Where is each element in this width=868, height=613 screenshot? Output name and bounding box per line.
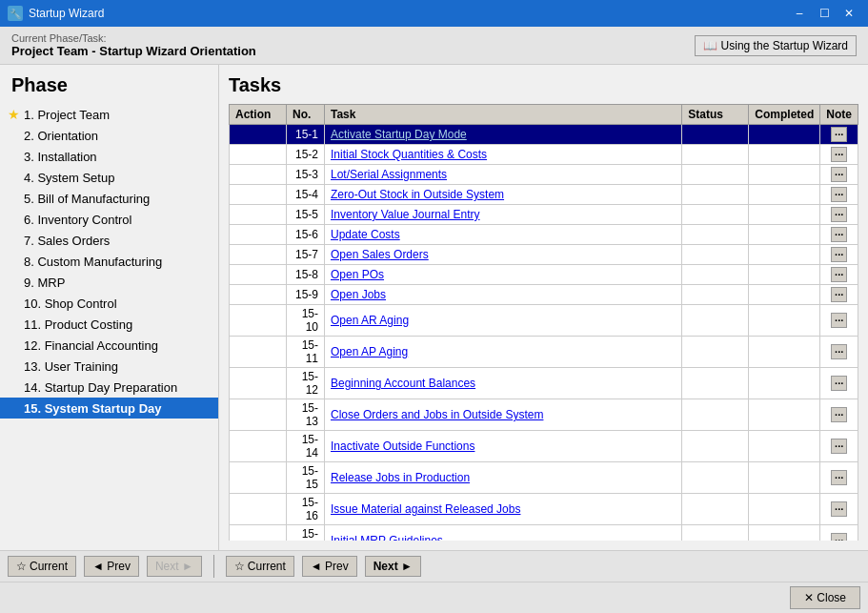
- note-button[interactable]: ···: [831, 533, 847, 541]
- note-button[interactable]: ···: [831, 344, 847, 359]
- task-link[interactable]: Activate Startup Day Mode: [331, 128, 467, 141]
- sidebar-item-phase-6[interactable]: ★6. Inventory Control: [0, 209, 218, 230]
- sidebar-item-phase-15[interactable]: ★15. System Startup Day: [0, 398, 218, 419]
- table-row[interactable]: 15-2Initial Stock Quantities & Costs···: [230, 145, 858, 165]
- note-cell[interactable]: ···: [820, 145, 858, 165]
- note-cell[interactable]: ···: [820, 431, 858, 462]
- task-cell[interactable]: Open Jobs: [325, 285, 682, 305]
- note-button[interactable]: ···: [831, 407, 847, 422]
- help-button[interactable]: 📖 Using the Startup Wizard: [695, 35, 857, 56]
- task-cell[interactable]: Release Jobs in Production: [325, 462, 682, 494]
- table-row[interactable]: 15-17Initial MRP Guidelines···: [230, 525, 858, 541]
- note-button[interactable]: ···: [831, 267, 847, 282]
- note-cell[interactable]: ···: [820, 494, 858, 525]
- table-row[interactable]: 15-16Issue Material against Released Job…: [230, 494, 858, 525]
- current-button-left[interactable]: ☆ Current: [8, 556, 76, 577]
- note-cell[interactable]: ···: [820, 165, 858, 185]
- task-cell[interactable]: Close Orders and Jobs in Outside System: [325, 399, 682, 431]
- note-cell[interactable]: ···: [820, 225, 858, 245]
- task-cell[interactable]: Update Costs: [325, 225, 682, 245]
- task-link[interactable]: Beginning Account Balances: [331, 377, 475, 390]
- table-row[interactable]: 15-7Open Sales Orders···: [230, 245, 858, 265]
- task-cell[interactable]: Open Sales Orders: [325, 245, 682, 265]
- note-button[interactable]: ···: [831, 376, 847, 391]
- sidebar-item-phase-7[interactable]: ★7. Sales Orders: [0, 230, 218, 251]
- table-row[interactable]: 15-6Update Costs···: [230, 225, 858, 245]
- prev-button-right[interactable]: ◄ Prev: [302, 556, 357, 577]
- task-cell[interactable]: Open POs: [325, 265, 682, 285]
- note-cell[interactable]: ···: [820, 337, 858, 368]
- table-row[interactable]: 15-10Open AR Aging···: [230, 305, 858, 337]
- table-row[interactable]: 15-1Activate Startup Day Mode···: [230, 125, 858, 145]
- task-cell[interactable]: Initial MRP Guidelines: [325, 525, 682, 541]
- task-link[interactable]: Initial MRP Guidelines: [331, 534, 443, 541]
- sidebar-item-phase-1[interactable]: ★1. Project Team: [0, 104, 218, 125]
- task-cell[interactable]: Open AR Aging: [325, 305, 682, 337]
- note-cell[interactable]: ···: [820, 525, 858, 541]
- note-button[interactable]: ···: [831, 187, 847, 202]
- task-link[interactable]: Initial Stock Quantities & Costs: [331, 148, 487, 161]
- task-link[interactable]: Inventory Value Journal Entry: [331, 208, 480, 221]
- note-cell[interactable]: ···: [820, 285, 858, 305]
- table-row[interactable]: 15-13Close Orders and Jobs in Outside Sy…: [230, 399, 858, 431]
- table-row[interactable]: 15-4Zero-Out Stock in Outside System···: [230, 185, 858, 205]
- note-cell[interactable]: ···: [820, 185, 858, 205]
- maximize-button[interactable]: ☐: [813, 4, 836, 23]
- note-cell[interactable]: ···: [820, 245, 858, 265]
- note-cell[interactable]: ···: [820, 399, 858, 431]
- note-button[interactable]: ···: [831, 470, 847, 485]
- task-link[interactable]: Open AP Aging: [331, 345, 408, 358]
- next-button-right[interactable]: Next ►: [365, 556, 421, 577]
- task-link[interactable]: Update Costs: [331, 228, 400, 241]
- task-link[interactable]: Open Jobs: [331, 288, 386, 301]
- task-cell[interactable]: Open AP Aging: [325, 337, 682, 368]
- sidebar-item-phase-14[interactable]: ★14. Startup Day Preparation: [0, 377, 218, 398]
- sidebar-item-phase-3[interactable]: ★3. Installation: [0, 146, 218, 167]
- table-row[interactable]: 15-3Lot/Serial Assignments···: [230, 165, 858, 185]
- minimize-button[interactable]: –: [788, 4, 811, 23]
- task-link[interactable]: Close Orders and Jobs in Outside System: [331, 408, 543, 421]
- task-link[interactable]: Zero-Out Stock in Outside System: [331, 188, 504, 201]
- task-cell[interactable]: Activate Startup Day Mode: [325, 125, 682, 145]
- current-button-right[interactable]: ☆ Current: [226, 556, 294, 577]
- task-cell[interactable]: Zero-Out Stock in Outside System: [325, 185, 682, 205]
- note-cell[interactable]: ···: [820, 305, 858, 337]
- sidebar-item-phase-10[interactable]: ★10. Shop Control: [0, 293, 218, 314]
- note-cell[interactable]: ···: [820, 125, 858, 145]
- task-cell[interactable]: Lot/Serial Assignments: [325, 165, 682, 185]
- task-cell[interactable]: Issue Material against Released Jobs: [325, 494, 682, 525]
- task-link[interactable]: Lot/Serial Assignments: [331, 168, 447, 181]
- note-cell[interactable]: ···: [820, 462, 858, 494]
- prev-button-left[interactable]: ◄ Prev: [84, 556, 139, 577]
- task-link[interactable]: Issue Material against Released Jobs: [331, 502, 520, 516]
- note-button[interactable]: ···: [831, 207, 847, 222]
- table-row[interactable]: 15-12Beginning Account Balances···: [230, 368, 858, 399]
- sidebar-item-phase-5[interactable]: ★5. Bill of Manufacturing: [0, 188, 218, 209]
- note-button[interactable]: ···: [831, 147, 847, 162]
- note-cell[interactable]: ···: [820, 205, 858, 225]
- task-cell[interactable]: Beginning Account Balances: [325, 368, 682, 399]
- task-cell[interactable]: Initial Stock Quantities & Costs: [325, 145, 682, 165]
- task-cell[interactable]: Inactivate Outside Functions: [325, 431, 682, 462]
- note-button[interactable]: ···: [831, 167, 847, 182]
- task-link[interactable]: Inactivate Outside Functions: [331, 439, 474, 453]
- table-row[interactable]: 15-9Open Jobs···: [230, 285, 858, 305]
- close-button[interactable]: ✕ Close: [790, 586, 860, 609]
- sidebar-item-phase-4[interactable]: ★4. System Setup: [0, 167, 218, 188]
- table-row[interactable]: 15-15Release Jobs in Production···: [230, 462, 858, 494]
- table-row[interactable]: 15-5Inventory Value Journal Entry···: [230, 205, 858, 225]
- close-window-button[interactable]: ✕: [838, 4, 860, 23]
- table-row[interactable]: 15-11Open AP Aging···: [230, 337, 858, 368]
- note-button[interactable]: ···: [831, 439, 847, 454]
- task-link[interactable]: Open AR Aging: [331, 314, 409, 327]
- note-button[interactable]: ···: [831, 313, 847, 328]
- task-link[interactable]: Open Sales Orders: [331, 248, 429, 261]
- task-link[interactable]: Release Jobs in Production: [331, 471, 470, 484]
- table-row[interactable]: 15-14Inactivate Outside Functions···: [230, 431, 858, 462]
- sidebar-item-phase-8[interactable]: ★8. Custom Manufacturing: [0, 251, 218, 272]
- table-row[interactable]: 15-8Open POs···: [230, 265, 858, 285]
- sidebar-item-phase-11[interactable]: ★11. Product Costing: [0, 314, 218, 335]
- note-cell[interactable]: ···: [820, 368, 858, 399]
- note-button[interactable]: ···: [831, 127, 847, 142]
- note-button[interactable]: ···: [831, 247, 847, 262]
